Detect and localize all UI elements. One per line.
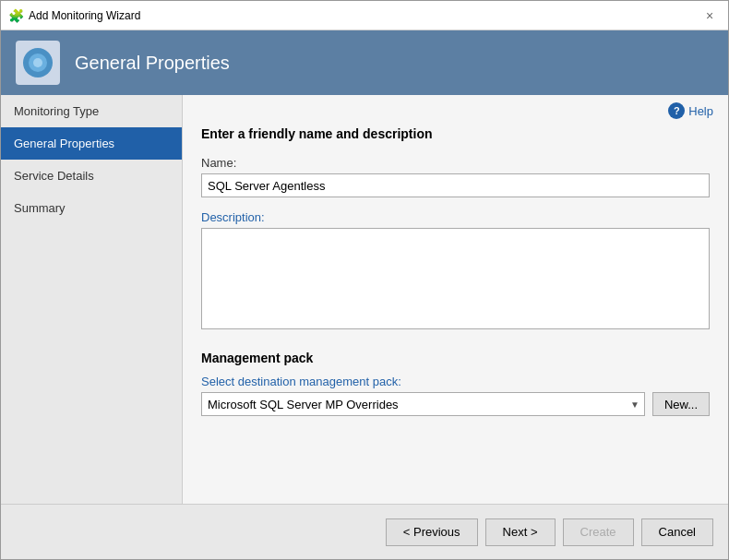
name-field-wrapper: Name: [201,156,710,197]
form-area: Enter a friendly name and description Na… [183,126,728,504]
help-bar: ? Help [183,95,728,126]
header-title: General Properties [75,53,230,74]
footer: < Previous Next > Create Cancel [1,504,728,559]
select-label: Select destination management pack: [201,375,710,388]
window-title: Add Monitoring Wizard [29,9,699,22]
description-label: Description: [201,210,710,224]
help-label: Help [688,104,713,118]
name-input[interactable] [201,173,710,197]
description-textarea[interactable] [201,228,710,329]
management-pack-heading: Management pack [201,351,710,365]
management-pack-section: Management pack Select destination manag… [201,351,710,416]
main-panel: ? Help Enter a friendly name and descrip… [183,95,728,504]
description-wrapper: Description: [201,210,710,332]
create-button[interactable]: Create [563,518,634,546]
new-button[interactable]: New... [652,392,710,416]
sidebar-item-monitoring-type[interactable]: Monitoring Type [1,95,182,127]
cancel-button[interactable]: Cancel [641,518,713,546]
main-window: 🧩 Add Monitoring Wizard × General Proper… [0,0,729,560]
next-button[interactable]: Next > [485,518,556,546]
sidebar-item-service-details[interactable]: Service Details [1,160,182,192]
help-icon: ? [668,102,685,119]
previous-button[interactable]: < Previous [386,518,478,546]
help-link[interactable]: ? Help [668,102,713,119]
title-bar: 🧩 Add Monitoring Wizard × [1,1,728,30]
svg-point-2 [33,58,42,67]
window-icon: 🧩 [8,8,23,23]
select-row: Microsoft SQL Server MP Overrides ▼ New.… [201,392,710,416]
dropdown-wrapper: Microsoft SQL Server MP Overrides ▼ [201,392,645,416]
name-label: Name: [201,156,710,170]
sidebar: Monitoring Type General Properties Servi… [1,95,183,504]
header-icon [16,41,60,85]
close-button[interactable]: × [699,5,721,27]
content-area: Monitoring Type General Properties Servi… [1,95,728,504]
sidebar-item-summary[interactable]: Summary [1,192,182,224]
sidebar-item-general-properties[interactable]: General Properties [1,127,182,160]
section-heading: Enter a friendly name and description [201,126,710,141]
header-band: General Properties [1,30,728,95]
management-pack-dropdown[interactable]: Microsoft SQL Server MP Overrides [201,392,645,416]
